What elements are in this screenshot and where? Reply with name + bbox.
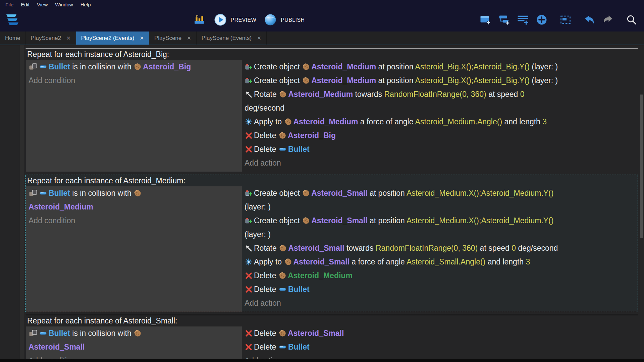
text-segment: Create object: [254, 189, 302, 197]
preview-play-icon: [214, 13, 227, 26]
object-name: Asteroid_Medium: [311, 62, 376, 71]
object-name: Bullet: [288, 343, 310, 351]
add-action-button[interactable]: Add action: [245, 354, 636, 359]
text-segment: Create object: [254, 76, 302, 85]
add-action-button[interactable]: Add action: [245, 156, 636, 170]
text-segment: Apply to: [254, 257, 284, 266]
bullet-icon: [279, 343, 287, 351]
menu-item-view[interactable]: View: [33, 2, 51, 7]
action-row[interactable]: Delete Asteroid_Big: [245, 129, 636, 142]
text-segment: Apply to: [254, 117, 284, 126]
add-comment-icon: [517, 14, 529, 26]
text-segment: at speed: [486, 90, 520, 99]
action-row[interactable]: Delete Asteroid_Medium: [245, 269, 636, 283]
tab-close-icon[interactable]: ✕: [140, 35, 144, 41]
expression: Asteroid_Big.X();Asteroid_Big.Y(): [415, 76, 530, 85]
menu-item-help[interactable]: Help: [77, 2, 95, 7]
tab-playscene[interactable]: PlayScene✕: [149, 32, 197, 45]
action-row[interactable]: Rotate Asteroid_Medium towards RandomFlo…: [245, 87, 636, 115]
text-segment: Create object: [254, 62, 302, 71]
text-segment: Delete: [254, 271, 278, 280]
redo-icon: [602, 14, 614, 26]
debugger-icon: [194, 14, 205, 25]
search-button[interactable]: [626, 15, 639, 25]
action-row[interactable]: Delete Bullet: [245, 142, 636, 156]
object-name: Asteroid_Small: [288, 244, 344, 252]
menu-item-edit[interactable]: Edit: [17, 2, 33, 7]
add-subevent-button[interactable]: [498, 15, 512, 26]
event-body: Bullet is in collision with Asteroid_Big…: [26, 60, 638, 172]
tab-label: PlayScene (Events): [202, 35, 252, 42]
add-event-button[interactable]: [479, 15, 493, 26]
action-row[interactable]: Delete Bullet: [245, 283, 636, 296]
action-row[interactable]: Create object Asteroid_Small at position…: [245, 186, 636, 214]
expression: 0: [512, 244, 516, 252]
event-3[interactable]: Repeat for each instance of Asteroid_Sma…: [25, 315, 638, 359]
add-condition-button[interactable]: Add condition: [29, 354, 238, 359]
action-row[interactable]: Create object Asteroid_Small at position…: [245, 214, 636, 241]
event-repeat-header[interactable]: Repeat for each instance of Asteroid_Sma…: [26, 315, 638, 326]
choose-event-button[interactable]: [535, 15, 549, 26]
preview-label: PREVIEW: [231, 17, 257, 23]
tab-playscene-events[interactable]: PlayScene (Events)✕: [197, 32, 267, 45]
asteroid-icon: [284, 118, 292, 126]
menu-item-window[interactable]: Window: [51, 2, 76, 7]
object-name: Bullet: [49, 189, 70, 197]
menu-item-file[interactable]: File: [2, 2, 17, 7]
actions-column: Create object Asteroid_Medium at positio…: [242, 60, 638, 172]
action-row[interactable]: Create object Asteroid_Medium at positio…: [245, 74, 636, 87]
tab-playscene2-events[interactable]: PlayScene2 (Events)✕: [76, 32, 149, 45]
event-2[interactable]: Repeat for each instance of Asteroid_Med…: [25, 175, 638, 312]
tab-close-icon[interactable]: ✕: [187, 35, 191, 41]
publish-label: PUBLISH: [281, 17, 305, 23]
action-row[interactable]: Delete Bullet: [245, 340, 636, 354]
tab-playscene2[interactable]: PlayScene2✕: [25, 32, 76, 45]
condition-row[interactable]: Bullet is in collision with Asteroid_Med…: [29, 186, 238, 214]
expression: Asteroid_Medium.X();Asteroid_Medium.Y(): [407, 189, 553, 197]
create-icon: [245, 217, 253, 225]
choose-event-icon: [536, 14, 548, 26]
bullet-icon: [39, 189, 47, 197]
event-repeat-header[interactable]: Repeat for each instance of Asteroid_Med…: [26, 175, 638, 186]
action-row[interactable]: Apply to Asteroid_Small a force of angle…: [245, 255, 636, 269]
gdevelop-logo[interactable]: [3, 13, 19, 27]
add-comment-button[interactable]: [517, 15, 530, 26]
action-row[interactable]: Create object Asteroid_Medium at positio…: [245, 60, 636, 74]
scrollbar[interactable]: [639, 45, 644, 359]
action-row[interactable]: Delete Asteroid_Small: [245, 326, 636, 340]
event-repeat-header[interactable]: Repeat for each instance of Asteroid_Big…: [26, 49, 638, 60]
object-name: Bullet: [288, 145, 310, 154]
text-segment: Delete: [254, 145, 278, 154]
object-name: Bullet: [49, 329, 70, 338]
redo-button[interactable]: [602, 15, 615, 26]
tab-bar: HomePlayScene2✕PlayScene2 (Events)✕PlayS…: [0, 32, 644, 45]
add-condition-button[interactable]: Add condition: [29, 74, 238, 87]
asteroid-icon: [279, 132, 286, 139]
object-name: Bullet: [288, 285, 310, 294]
undo-button[interactable]: [583, 15, 597, 26]
debugger-button[interactable]: [193, 15, 206, 25]
condition-row[interactable]: Bullet is in collision with Asteroid_Big: [29, 60, 238, 74]
object-name: Asteroid_Big: [288, 131, 336, 140]
bullet-icon: [279, 145, 287, 153]
asteroid-icon: [134, 63, 142, 71]
delete-icon: [245, 343, 253, 351]
action-row[interactable]: Rotate Asteroid_Small towards RandomFloa…: [245, 241, 636, 255]
scrollbar-thumb[interactable]: [640, 95, 643, 238]
select-events-button[interactable]: [559, 15, 573, 26]
action-row[interactable]: Apply to Asteroid_Medium a force of angl…: [245, 115, 636, 129]
tab-home[interactable]: Home: [0, 32, 25, 45]
publish-button[interactable]: PUBLISH: [264, 14, 305, 26]
delete-icon: [245, 329, 253, 337]
add-action-button[interactable]: Add action: [245, 296, 636, 310]
tab-close-icon[interactable]: ✕: [257, 35, 261, 41]
add-condition-button[interactable]: Add condition: [29, 214, 238, 228]
preview-button[interactable]: PREVIEW: [214, 14, 257, 26]
tab-close-icon[interactable]: ✕: [66, 35, 71, 41]
create-icon: [245, 77, 253, 84]
asteroid-icon: [134, 189, 142, 197]
text-segment: Delete: [254, 329, 278, 338]
condition-row[interactable]: Bullet is in collision with Asteroid_Sma…: [29, 326, 238, 354]
event-1[interactable]: Repeat for each instance of Asteroid_Big…: [25, 48, 638, 172]
object-name: Asteroid_Small: [293, 257, 350, 266]
